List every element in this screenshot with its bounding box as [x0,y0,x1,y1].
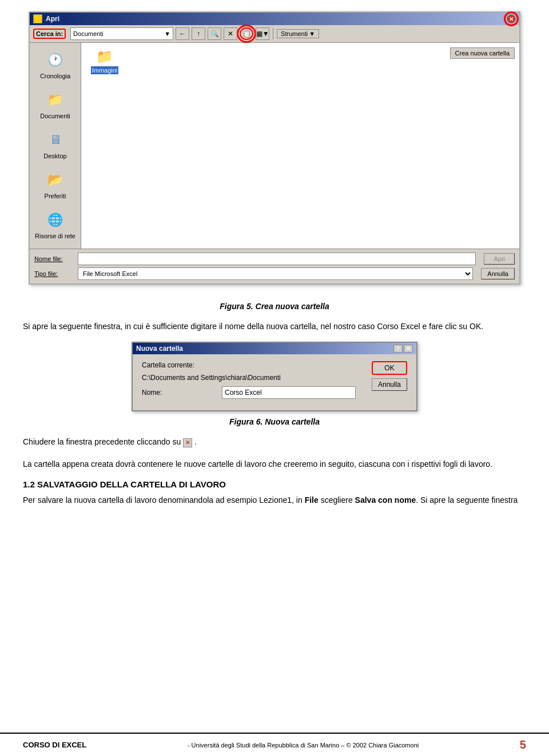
footer-button-group: Apri [484,253,515,265]
sidebar-desktop-label: Desktop [43,153,66,159]
body-paragraph-3: La cartella appena creata dovrà contener… [23,458,526,470]
cartella-corrente-row: Cartella corrente: [142,361,356,369]
apri-button[interactable]: Apri [484,253,515,265]
search-button[interactable]: 🔍 [208,27,221,40]
nome-file-row: Nome file: Apri [34,253,515,265]
location-dropdown[interactable]: Documenti ▼ [70,27,173,40]
nuova-content: Cartella corrente: C:\Documents and Sett… [142,361,407,403]
dialog-sidebar: 🕐 Cronologia 📁 Documenti 🖥 Desktop 📂 Pre… [30,43,81,249]
body-paragraph-4: Per salvare la nuova cartella di lavoro … [23,494,526,506]
body-text4-part3: . Si apre la seguente finestra [416,495,518,505]
sidebar-item-cronologia[interactable]: 🕐 Cronologia [33,47,78,82]
risorse-icon: 🌐 [45,210,66,230]
up-button[interactable]: ↑ [192,27,205,40]
location-value: Documenti [73,30,104,37]
body-paragraph-2: Chiudere la finestra precedente cliccand… [23,435,526,448]
nome-file-input[interactable] [78,253,476,265]
nuova-close-button[interactable]: ✕ [404,345,413,353]
body-text2-part1: Chiudere la finestra precedente cliccand… [23,437,181,446]
figura5-caption: Figura 5. Crea nuova cartella [23,302,526,311]
crea-nuova-cartella-button[interactable]: Crea nuova cartella [450,47,515,59]
delete-button[interactable]: ✕ [224,27,237,40]
view-dropdown-button[interactable]: ▦▼ [256,27,269,40]
immagini-label: Immagini [91,66,119,74]
dialog-body: 🕐 Cronologia 📁 Documenti 🖥 Desktop 📂 Pre… [30,43,519,249]
cartella-corrente-label: Cartella corrente: [142,361,222,369]
cronologia-icon: 🕐 [45,50,66,70]
nome-row: Nome: [142,386,356,399]
nome-file-label: Nome file: [34,255,74,262]
tipo-file-label: Tipo file: [34,270,74,277]
sidebar-item-documenti[interactable]: 📁 Documenti [33,87,78,122]
nuova-buttons: OK Annulla [372,361,407,391]
nome-cartella-input[interactable] [222,386,356,399]
body-text4-salva: Salva con nome [355,495,416,505]
back-button[interactable]: ← [176,27,189,40]
tipo-file-select[interactable]: File Microsoft Excel [78,267,473,280]
footer-page-number: 5 [520,738,526,751]
dialog-title-icon [33,14,42,23]
desktop-icon: 🖥 [45,130,66,150]
dialog-file-area: 📁 Immagini Crea nuova cartella [81,43,519,249]
sidebar-item-risorse[interactable]: 🌐 Risorse di rete [33,207,78,242]
nuova-title-buttons: ? ✕ [393,345,413,353]
sidebar-preferiti-label: Preferiti [45,193,66,199]
sidebar-item-preferiti[interactable]: 📂 Preferiti [33,167,78,202]
body-text4-part2: scegliere [319,495,355,505]
ok-button[interactable]: OK [372,361,407,375]
nuova-titlebar: Nuova cartella ? ✕ [133,343,416,354]
strumenti-button[interactable]: Strumenti ▼ [277,29,319,38]
dialog-apri-title: Apri [46,15,59,23]
strumenti-arrow: ▼ [309,30,315,37]
preferiti-icon: 📂 [45,170,66,190]
footer-button-group2: Annulla [481,268,515,279]
dialog-apri-titlebar: Apri ✕ [30,13,519,25]
dropdown-arrow: ▼ [164,30,170,37]
nuova-title: Nuova cartella [136,345,183,353]
immagini-folder-icon: 📁 [96,49,113,65]
sidebar-risorse-label: Risorse di rete [35,233,75,239]
sidebar-item-desktop[interactable]: 🖥 Desktop [33,127,78,162]
new-folder-toolbar-button[interactable]: 📋 [240,27,253,40]
toolbar-separator [273,28,273,39]
path-value: C:\Documents and Settings\chiara\Documen… [142,374,356,382]
section-1-2-title: 1.2 SALVATAGGIO DELLA CARTELLA DI LAVORO [23,479,526,489]
nuova-form: Cartella corrente: C:\Documents and Sett… [142,361,356,403]
close-button[interactable]: ✕ [507,14,516,23]
nuova-body: Cartella corrente: C:\Documents and Sett… [133,354,416,410]
footer-corso: CORSO DI EXCEL [23,741,86,749]
tipo-file-row: Tipo file: File Microsoft Excel Annulla [34,267,515,280]
figura6-caption: Figura 6. Nuova cartella [23,417,526,426]
path-row: C:\Documents and Settings\chiara\Documen… [142,374,356,382]
dialog-footer: Nome file: Apri Tipo file: File Microsof… [30,249,519,283]
dialog-title-group: Apri [33,14,59,23]
dialog-toolbar: Cerca in: Documenti ▼ ← ↑ 🔍 ✕ 📋 ▦▼ Strum… [30,25,519,43]
close-x-icon: ✕ [183,438,192,447]
body-text2-part2: . [194,437,197,446]
strumenti-label: Strumenti [281,30,308,37]
page-footer: CORSO DI EXCEL - Università degli Studi … [0,733,549,756]
nome-label: Nome: [142,389,222,397]
nuova-help-button[interactable]: ? [393,345,403,353]
dialog-apri: Apri ✕ Cerca in: Documenti ▼ ← ↑ 🔍 ✕ 📋 ▦… [29,11,520,285]
body-text4-file: File [305,495,319,505]
documenti-icon: 📁 [45,90,66,110]
file-item-immagini[interactable]: 📁 Immagini [85,46,125,77]
annulla-button[interactable]: Annulla [481,268,515,279]
sidebar-cronologia-label: Cronologia [40,73,70,79]
footer-university: - Università degli Studi della Repubblic… [188,742,419,749]
body-text4-part1: Per salvare la nuova cartella di lavoro … [23,495,305,505]
nuova-annulla-button[interactable]: Annulla [372,378,407,391]
dialog-nuova-cartella: Nuova cartella ? ✕ Cartella corrente: C:… [132,342,417,411]
cerca-in-label: Cerca in: [33,29,66,39]
body-paragraph-1: Si apre la seguente finestra, in cui è s… [23,320,526,333]
sidebar-documenti-label: Documenti [40,113,70,119]
